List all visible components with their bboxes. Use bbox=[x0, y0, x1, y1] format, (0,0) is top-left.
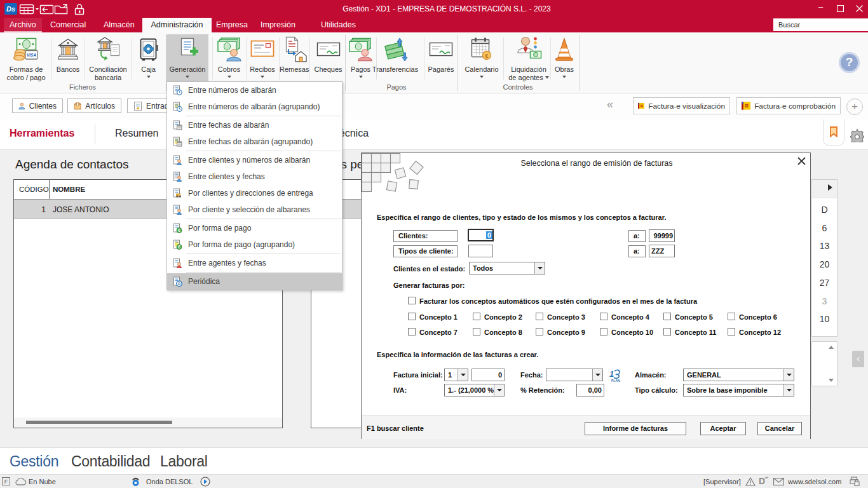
svg-text:€: € bbox=[178, 245, 180, 249]
svg-text:€: € bbox=[178, 228, 180, 233]
svg-text:VISA: VISA bbox=[27, 53, 36, 57]
svg-text:Ds: Ds bbox=[6, 5, 15, 13]
svg-text:1: 1 bbox=[609, 369, 614, 379]
svg-text:PLAN: PLAN bbox=[611, 379, 620, 383]
svg-text:€: € bbox=[485, 53, 488, 59]
